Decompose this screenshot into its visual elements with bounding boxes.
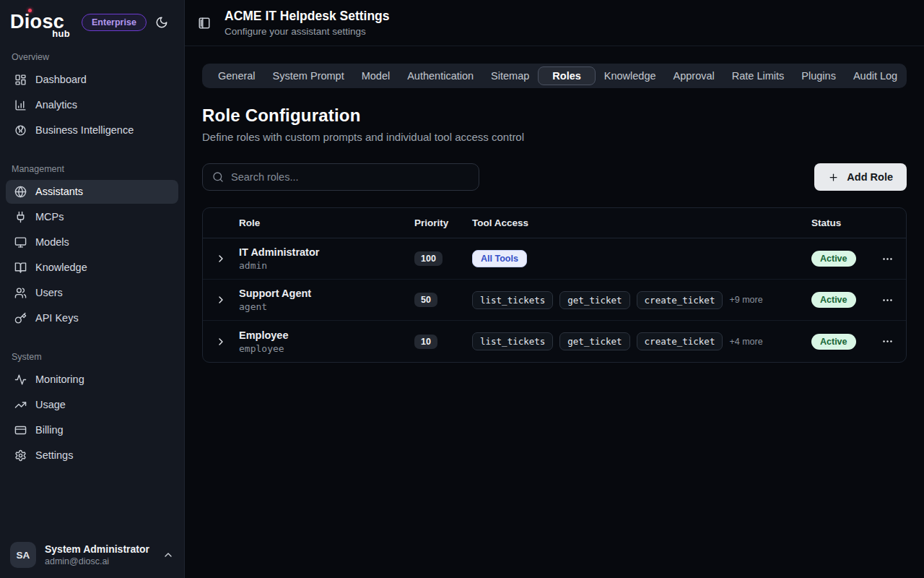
business-intelligence-icon bbox=[14, 124, 27, 137]
sidebar-item-mcps[interactable]: MCPs bbox=[6, 205, 178, 229]
sidebar-item-label: Usage bbox=[35, 399, 66, 410]
tab-authentication[interactable]: Authentication bbox=[398, 66, 482, 85]
sidebar-item-label: Assistants bbox=[35, 186, 83, 197]
sidebar-item-analytics[interactable]: Analytics bbox=[6, 93, 178, 117]
user-info: System Administrator admin@diosc.ai bbox=[45, 543, 149, 566]
section-label-overview: Overview bbox=[12, 52, 173, 62]
tab-knowledge[interactable]: Knowledge bbox=[596, 66, 665, 85]
tab-roles[interactable]: Roles bbox=[538, 66, 596, 85]
ellipsis-icon[interactable] bbox=[881, 294, 906, 306]
sidebar-item-settings[interactable]: Settings bbox=[6, 444, 178, 467]
main-area: ACME IT Helpdesk Settings Configure your… bbox=[185, 0, 924, 578]
sidebar-item-business-intelligence[interactable]: Business Intelligence bbox=[6, 118, 178, 142]
sidebar-item-label: MCPs bbox=[35, 211, 64, 223]
section-label-system: System bbox=[12, 352, 173, 362]
plus-icon bbox=[828, 172, 839, 183]
sidebar-item-monitoring[interactable]: Monitoring bbox=[6, 368, 178, 392]
sidebar-item-label: Users bbox=[35, 287, 63, 298]
chevron-up-icon[interactable] bbox=[162, 549, 174, 561]
settings-tabbar: GeneralSystem PromptModelAuthenticationS… bbox=[202, 64, 907, 88]
content: GeneralSystem PromptModelAuthenticationS… bbox=[185, 46, 924, 578]
chevron-right-icon[interactable] bbox=[215, 336, 227, 348]
sidebar-item-knowledge[interactable]: Knowledge bbox=[6, 256, 178, 280]
user-name: System Administrator bbox=[45, 543, 149, 555]
add-role-label: Add Role bbox=[847, 171, 893, 183]
column-header-tool-access: Tool Access bbox=[472, 217, 811, 228]
api-keys-icon bbox=[14, 312, 27, 324]
status-badge: Active bbox=[811, 334, 856, 350]
sidebar-header: Diosc hub Enterprise bbox=[0, 0, 184, 33]
tool-chip: create_ticket bbox=[637, 291, 723, 309]
sidebar-item-label: Analytics bbox=[35, 99, 77, 111]
roles-table: Role Priority Tool Access Status IT Admi… bbox=[202, 207, 907, 363]
tool-chip: get_ticket bbox=[559, 291, 629, 309]
tab-audit-log[interactable]: Audit Log bbox=[845, 66, 906, 85]
user-menu[interactable]: SA System Administrator admin@diosc.ai bbox=[0, 532, 184, 578]
sidebar-item-users[interactable]: Users bbox=[6, 281, 178, 305]
sidebar-item-label: Knowledge bbox=[35, 262, 87, 273]
role-name: Employee bbox=[239, 329, 414, 341]
analytics-icon bbox=[14, 99, 27, 111]
tool-chip: get_ticket bbox=[559, 332, 629, 350]
role-slug: agent bbox=[239, 301, 414, 312]
tab-model[interactable]: Model bbox=[353, 66, 399, 85]
column-header-role: Role bbox=[239, 217, 414, 228]
search-input[interactable] bbox=[231, 171, 469, 183]
search-box bbox=[202, 163, 479, 191]
role-cell: Support Agentagent bbox=[239, 288, 414, 312]
users-icon bbox=[14, 287, 27, 299]
table-body: IT Administratoradmin100All ToolsActiveS… bbox=[203, 238, 906, 362]
sidebar-item-assistants[interactable]: Assistants bbox=[6, 180, 178, 204]
chevron-right-icon[interactable] bbox=[215, 294, 227, 306]
page-header-title: ACME IT Helpdesk Settings bbox=[225, 9, 390, 24]
column-header-priority: Priority bbox=[414, 217, 472, 228]
role-name: IT Administrator bbox=[239, 246, 414, 258]
tab-approval[interactable]: Approval bbox=[665, 66, 723, 85]
priority-badge: 10 bbox=[414, 335, 437, 349]
moon-icon[interactable] bbox=[155, 16, 168, 29]
add-role-button[interactable]: Add Role bbox=[814, 163, 907, 191]
table-header-row: Role Priority Tool Access Status bbox=[203, 208, 906, 238]
sidebar-item-billing[interactable]: Billing bbox=[6, 418, 178, 442]
avatar: SA bbox=[10, 542, 36, 568]
panel-left-icon[interactable] bbox=[198, 17, 211, 30]
dashboard-icon bbox=[14, 74, 27, 86]
logo: Diosc hub bbox=[10, 12, 69, 33]
status-badge: Active bbox=[811, 292, 856, 308]
sidebar-nav: OverviewDashboardAnalyticsBusiness Intel… bbox=[0, 33, 184, 532]
page-title: Role Configuration bbox=[202, 105, 907, 126]
tab-sitemap[interactable]: Sitemap bbox=[482, 66, 538, 85]
ellipsis-icon[interactable] bbox=[881, 253, 906, 265]
mcps-icon bbox=[14, 211, 27, 223]
more-tools-label: +4 more bbox=[729, 337, 762, 347]
tab-rate-limits[interactable]: Rate Limits bbox=[723, 66, 793, 85]
priority-badge: 100 bbox=[414, 251, 443, 266]
sidebar-item-usage[interactable]: Usage bbox=[6, 393, 178, 417]
priority-badge: 50 bbox=[414, 293, 437, 307]
billing-icon bbox=[14, 424, 27, 436]
tab-system-prompt[interactable]: System Prompt bbox=[264, 66, 353, 85]
role-cell: IT Administratoradmin bbox=[239, 246, 414, 271]
search-icon bbox=[212, 171, 224, 183]
page-subtitle: Define roles with custom prompts and ind… bbox=[202, 131, 907, 143]
sidebar-item-label: Billing bbox=[35, 424, 64, 436]
chevron-right-icon[interactable] bbox=[215, 253, 227, 264]
role-slug: employee bbox=[239, 343, 414, 354]
table-row: Employeeemployee10list_ticketsget_ticket… bbox=[203, 321, 906, 362]
all-tools-chip: All Tools bbox=[472, 250, 527, 267]
table-row: IT Administratoradmin100All ToolsActive bbox=[203, 238, 906, 280]
sidebar-item-label: Monitoring bbox=[35, 374, 84, 385]
header-titles: ACME IT Helpdesk Settings Configure your… bbox=[225, 9, 390, 37]
assistants-icon bbox=[14, 186, 27, 198]
logo-dot-icon bbox=[28, 9, 32, 12]
tool-chip: create_ticket bbox=[637, 332, 723, 350]
tab-plugins[interactable]: Plugins bbox=[793, 66, 845, 85]
tab-general[interactable]: General bbox=[209, 66, 264, 85]
sidebar-item-api-keys[interactable]: API Keys bbox=[6, 306, 178, 330]
user-email: admin@diosc.ai bbox=[45, 556, 149, 566]
role-slug: admin bbox=[239, 260, 414, 271]
models-icon bbox=[14, 236, 27, 249]
sidebar-item-dashboard[interactable]: Dashboard bbox=[6, 68, 178, 92]
ellipsis-icon[interactable] bbox=[881, 335, 906, 348]
sidebar-item-models[interactable]: Models bbox=[6, 230, 178, 254]
